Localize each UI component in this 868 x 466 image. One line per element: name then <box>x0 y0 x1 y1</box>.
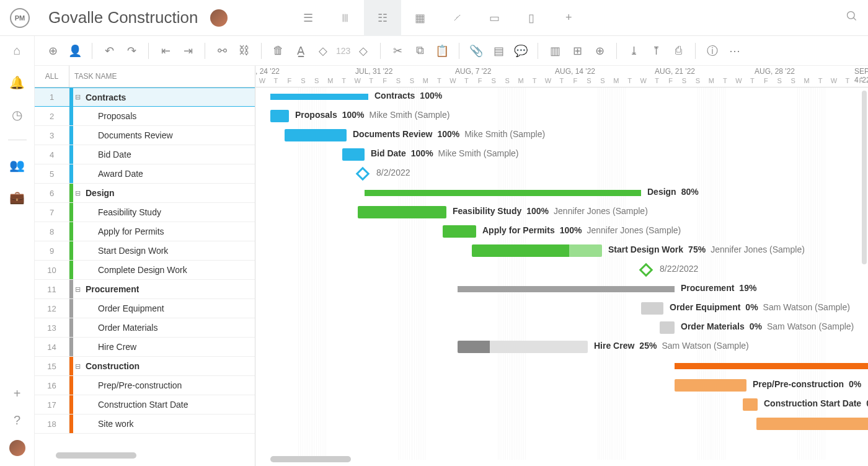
project-title[interactable]: Govalle Construction <box>48 8 198 27</box>
task-row[interactable]: 5Award Date <box>35 164 255 184</box>
print-button[interactable]: ⎙ <box>669 42 688 60</box>
people-icon[interactable]: 👥 <box>9 158 25 173</box>
task-row[interactable]: 10Complete Design Work <box>35 261 255 280</box>
info-button[interactable]: ⓘ <box>703 42 722 60</box>
milestone[interactable] <box>639 263 653 277</box>
undo-button[interactable]: ↶ <box>100 42 118 60</box>
gantt-h-scrollbar[interactable] <box>270 456 351 462</box>
task-row[interactable]: 11⊟Procurement <box>35 280 255 299</box>
collapse-toggle[interactable]: ⊟ <box>73 93 82 101</box>
task-bar[interactable] <box>675 379 746 392</box>
gantt-chart[interactable]: WTFSSMTWTFSSMTWTFSSMTWTFSSMTWTFSSMTWTFSS… <box>255 66 868 466</box>
task-bar[interactable] <box>472 244 602 257</box>
help-icon[interactable]: ? <box>14 413 20 428</box>
portfolio-icon[interactable]: 💼 <box>9 190 25 205</box>
grid-button[interactable]: ⊞ <box>568 42 587 60</box>
view-tab-list[interactable]: ☰ <box>290 0 327 36</box>
home-icon[interactable]: ⌂ <box>13 43 20 58</box>
task-name: Order Materials <box>82 323 157 333</box>
view-tab-file[interactable]: ▯ <box>513 0 550 36</box>
add-icon[interactable]: + <box>14 387 21 401</box>
collapse-toggle[interactable]: ⊟ <box>73 189 82 197</box>
unlink-button[interactable]: ⛓ <box>235 42 254 60</box>
summary-bar[interactable] <box>365 190 641 196</box>
bar-label: Documents Review 100% Mike Smith (Sample… <box>353 129 545 139</box>
milestone[interactable] <box>356 167 370 181</box>
task-bar[interactable] <box>443 225 476 238</box>
trash-button[interactable]: 🗑 <box>269 42 288 60</box>
123-button[interactable]: 123 <box>336 46 350 56</box>
app-logo[interactable]: PM <box>10 8 30 28</box>
cut-button[interactable]: ✂ <box>388 42 407 60</box>
task-row[interactable]: 14Hire Crew <box>35 338 255 357</box>
diamond-button[interactable]: ◇ <box>354 42 373 60</box>
task-bar[interactable] <box>358 206 446 218</box>
task-row[interactable]: 1⊟Contracts <box>35 87 255 107</box>
copy-button[interactable]: ⧉ <box>410 42 429 60</box>
summary-bar[interactable] <box>458 286 675 292</box>
view-tab-gantt[interactable]: ☷ <box>364 0 401 36</box>
svg-line-1 <box>854 18 856 20</box>
task-bar[interactable] <box>660 321 675 334</box>
export-button[interactable]: ⤒ <box>647 42 665 60</box>
task-row[interactable]: 3Documents Review <box>35 126 255 145</box>
redo-button[interactable]: ↷ <box>122 42 141 60</box>
week-label: AUG, 14 '22 <box>555 67 595 76</box>
task-row[interactable]: 6⊟Design <box>35 184 255 203</box>
task-row[interactable]: 8Apply for Permits <box>35 222 255 241</box>
fill-button[interactable]: ◇ <box>314 42 332 60</box>
h-scrollbar[interactable] <box>56 452 136 459</box>
task-row[interactable]: 12Order Equipment <box>35 299 255 318</box>
note-button[interactable]: ▤ <box>489 42 508 60</box>
more-button[interactable]: ⋯ <box>725 42 744 60</box>
task-row[interactable]: 15⊟Construction <box>35 357 255 376</box>
task-bar[interactable] <box>743 398 758 411</box>
task-row[interactable]: 2Proposals <box>35 107 255 126</box>
task-row[interactable]: 16Prep/Pre-construction <box>35 376 255 395</box>
project-avatar[interactable] <box>210 9 228 27</box>
task-bar[interactable] <box>270 110 289 122</box>
recent-icon[interactable]: ◷ <box>12 107 22 122</box>
summary-bar[interactable] <box>270 94 368 100</box>
paste-button[interactable]: 📋 <box>433 42 451 60</box>
notifications-icon[interactable]: 🔔 <box>9 75 25 90</box>
task-name: Documents Review <box>82 130 173 140</box>
add-circle-button[interactable]: ⊕ <box>43 42 62 60</box>
search-icon[interactable] <box>846 10 858 25</box>
task-row[interactable]: 9Start Design Work <box>35 241 255 261</box>
task-name: Start Design Work <box>82 246 168 256</box>
col-task-name[interactable]: TASK NAME <box>69 72 117 81</box>
comment-button[interactable]: 💬 <box>512 42 530 60</box>
view-tab-board[interactable]: ⫼ <box>327 0 364 36</box>
view-tab-add[interactable]: + <box>550 0 587 36</box>
task-row[interactable]: 13Order Materials <box>35 318 255 338</box>
task-bar[interactable] <box>756 418 868 430</box>
view-tab-calendar[interactable]: ▭ <box>476 0 513 36</box>
columns-button[interactable]: ▥ <box>546 42 564 60</box>
col-all[interactable]: ALL <box>35 66 69 87</box>
link-button[interactable]: ⚯ <box>213 42 231 60</box>
user-button[interactable]: 👤 <box>66 42 84 60</box>
task-name: Site work <box>82 419 134 429</box>
attach-button[interactable]: 📎 <box>467 42 485 60</box>
import-button[interactable]: ⤓ <box>624 42 643 60</box>
task-bar[interactable] <box>641 302 663 315</box>
task-bar[interactable] <box>458 341 588 353</box>
task-row[interactable]: 7Feasibility Study <box>35 203 255 222</box>
task-bar[interactable] <box>342 148 365 161</box>
task-row[interactable]: 4Bid Date <box>35 145 255 164</box>
text-color-button[interactable]: A̲ <box>291 42 310 60</box>
view-tab-activity[interactable]: ⟋ <box>438 0 476 36</box>
task-bar[interactable] <box>285 129 347 141</box>
user-avatar[interactable] <box>9 440 25 456</box>
collapse-toggle[interactable]: ⊟ <box>73 362 82 370</box>
view-tab-sheet[interactable]: ▦ <box>401 0 438 36</box>
task-row[interactable]: 17Construction Start Date <box>35 395 255 414</box>
collapse-toggle[interactable]: ⊟ <box>73 285 82 293</box>
indent-button[interactable]: ⇥ <box>179 42 197 60</box>
zoom-button[interactable]: ⊕ <box>590 42 609 60</box>
task-row[interactable]: 18Site work <box>35 414 255 434</box>
outdent-button[interactable]: ⇤ <box>156 42 175 60</box>
summary-bar[interactable] <box>675 363 868 369</box>
gantt-v-scrollbar[interactable] <box>862 91 867 264</box>
